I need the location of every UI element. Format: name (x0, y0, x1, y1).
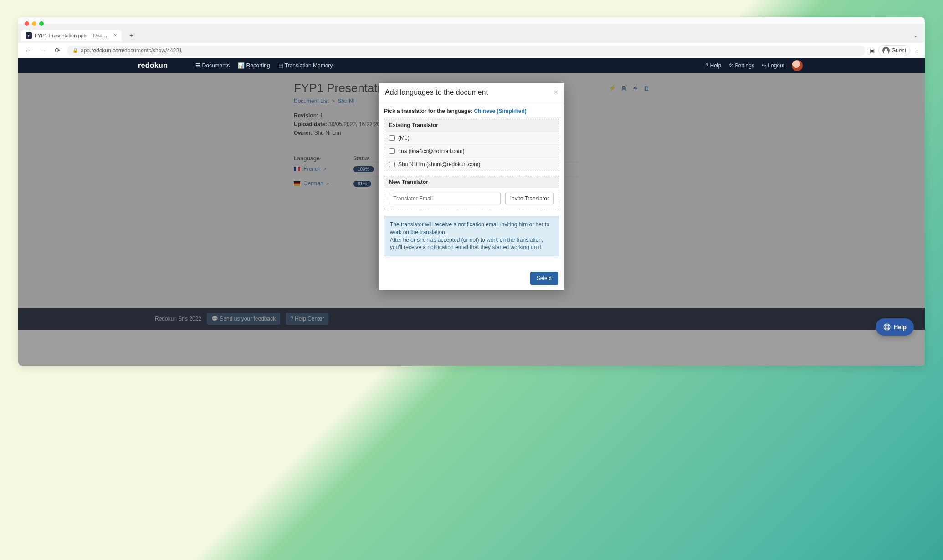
add-language-modal: Add languages to the document × Pick a t… (379, 83, 564, 290)
user-avatar[interactable] (792, 60, 803, 71)
svg-point-1 (886, 326, 888, 328)
new-translator-legend: New Translator (384, 176, 559, 188)
target-language-link[interactable]: Chinese (Simplified) (474, 108, 526, 114)
translator-name: tina (tina4cx@hotmail.com) (398, 148, 465, 154)
window-close-icon[interactable] (25, 21, 29, 26)
nav-help[interactable]: ? Help (706, 62, 722, 69)
nav-logout[interactable]: ↪ Logout (762, 62, 784, 69)
forward-button[interactable]: → (38, 46, 48, 55)
back-button[interactable]: ← (23, 46, 33, 55)
translator-option-shuni[interactable]: Shu Ni Lim (shuni@redokun.com) (384, 158, 559, 171)
tab-title: FYP1 Presentation.pptx – Red… (35, 33, 108, 38)
svg-line-2 (885, 325, 886, 326)
nav-tm[interactable]: ▤ Translation Memory (278, 62, 333, 69)
brand-logo[interactable]: redokun (138, 61, 168, 70)
browser-tab[interactable]: r FYP1 Presentation.pptx – Red… × (21, 30, 122, 41)
translator-name: Shu Ni Lim (shuni@redokun.com) (398, 161, 480, 168)
nav-reporting[interactable]: 📊 Reporting (238, 62, 270, 69)
lock-icon: 🔒 (72, 48, 78, 53)
translator-option-me[interactable]: (Me) (384, 131, 559, 144)
translator-option-tina[interactable]: tina (tina4cx@hotmail.com) (384, 144, 559, 158)
url-text: app.redokun.com/documents/show/44221 (81, 47, 182, 54)
modal-close-button[interactable]: × (554, 88, 558, 97)
life-ring-icon (883, 323, 891, 331)
translator-checkbox[interactable] (389, 135, 395, 141)
browser-menu-button[interactable]: ⋮ (914, 47, 920, 54)
address-input[interactable]: 🔒 app.redokun.com/documents/show/44221 (67, 46, 865, 56)
new-tab-button[interactable]: + (126, 30, 138, 41)
profile-button[interactable]: Guest (878, 45, 910, 56)
translator-email-input[interactable] (389, 193, 501, 204)
translator-checkbox[interactable] (389, 162, 395, 167)
modal-title: Add languages to the document (385, 88, 488, 97)
guest-label: Guest (892, 47, 906, 54)
select-button[interactable]: Select (530, 272, 558, 285)
tab-list-caret-icon[interactable]: ⌄ (913, 33, 917, 39)
reload-button[interactable]: ⟳ (53, 46, 62, 56)
extension-icon[interactable]: ▣ (870, 47, 875, 54)
translator-name: (Me) (398, 135, 410, 141)
nav-documents[interactable]: ☰ Documents (195, 62, 230, 69)
existing-translator-legend: Existing Translator (384, 119, 559, 131)
svg-line-4 (885, 328, 886, 329)
favicon-icon: r (26, 32, 32, 39)
help-fab-button[interactable]: Help (876, 318, 914, 336)
window-min-icon[interactable] (32, 21, 36, 26)
nav-settings[interactable]: ✲ Settings (728, 62, 754, 69)
svg-line-3 (888, 325, 889, 326)
window-max-icon[interactable] (39, 21, 44, 26)
tab-close-icon[interactable]: × (114, 32, 117, 39)
person-icon (882, 47, 890, 54)
translator-checkbox[interactable] (389, 148, 395, 154)
translator-info-box: The translator will receive a notificati… (384, 216, 559, 256)
pick-translator-label: Pick a translator for the language: (384, 108, 474, 114)
svg-line-5 (888, 328, 889, 329)
invite-translator-button[interactable]: Invite Translator (505, 193, 554, 204)
